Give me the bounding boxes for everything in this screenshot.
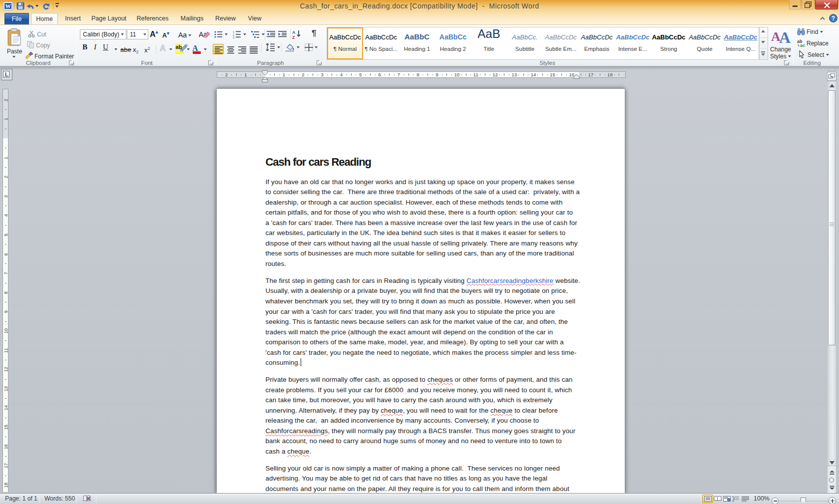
svg-text:3: 3 <box>233 36 234 38</box>
svg-text:ac: ac <box>800 43 805 47</box>
svg-text:Z: Z <box>292 35 295 39</box>
svg-text:?: ? <box>832 15 835 22</box>
svg-text:A: A <box>292 30 296 35</box>
svg-text:A: A <box>779 28 791 43</box>
